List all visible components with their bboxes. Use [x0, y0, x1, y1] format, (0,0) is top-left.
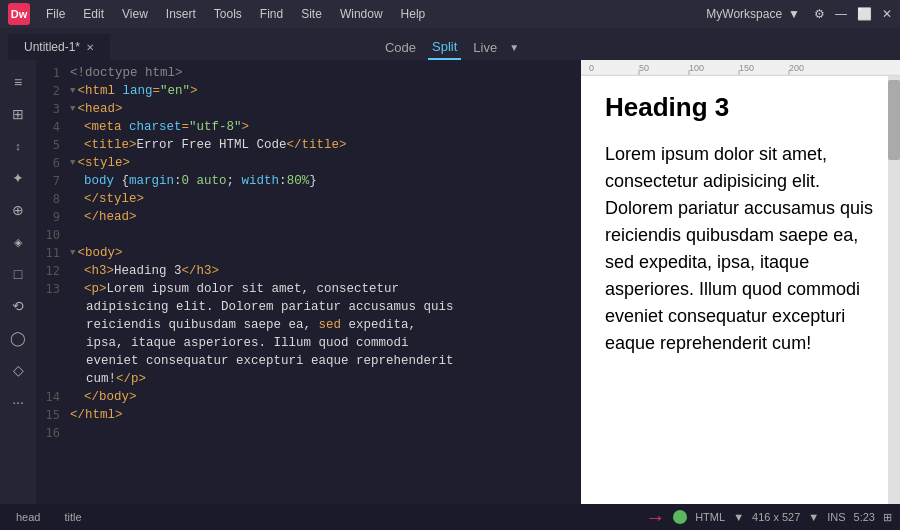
workspace-dropdown-icon: ▼ — [788, 7, 800, 21]
scrollbar-thumb[interactable] — [888, 80, 900, 160]
sidebar-history-icon[interactable]: ◯ — [4, 324, 32, 352]
sidebar-snippets-icon[interactable]: ✦ — [4, 164, 32, 192]
status-green-dot — [673, 510, 687, 524]
code-token: </title> — [287, 136, 347, 154]
fold-arrow-2[interactable]: ▼ — [70, 82, 75, 100]
sidebar-assets-icon[interactable]: ↕ — [4, 132, 32, 160]
code-token: <meta — [84, 118, 129, 136]
code-token: margin — [129, 172, 174, 190]
menu-window[interactable]: Window — [332, 4, 391, 24]
code-token: <!doctype html> — [70, 64, 183, 82]
sidebar-behaviors-icon[interactable]: ⟲ — [4, 292, 32, 320]
code-line-11: ▼ <body> — [66, 244, 581, 262]
code-token: Lorem ipsum dolor sit amet, consectetur — [107, 280, 400, 298]
menu-file[interactable]: File — [38, 4, 73, 24]
code-line-14: </body> — [66, 388, 581, 406]
menu-help[interactable]: Help — [393, 4, 434, 24]
code-line-13e: eveniet consequatur excepturi eaque repr… — [66, 352, 581, 370]
view-mode-dropdown-icon[interactable]: ▼ — [509, 42, 519, 53]
code-line-3: ▼ <head> — [66, 100, 581, 118]
preview-content: Heading 3 Lorem ipsum dolor sit amet, co… — [581, 76, 900, 504]
doc-tab-label: Untitled-1* — [24, 40, 80, 54]
split-mode-button[interactable]: Split — [428, 35, 461, 60]
code-token: "utf-8" — [189, 118, 242, 136]
code-line-4: <meta charset="utf-8"> — [66, 118, 581, 136]
code-token: cum! — [86, 370, 116, 388]
maximize-icon[interactable]: ⬜ — [857, 7, 872, 21]
status-bar: head title → HTML ▼ 416 x 527 ▼ INS 5:23… — [0, 504, 900, 530]
menu-find[interactable]: Find — [252, 4, 291, 24]
code-token: <style> — [77, 154, 130, 172]
code-token: ipsa, itaque asperiores. Illum quod comm… — [86, 334, 409, 352]
screen-icon[interactable]: ⊞ — [883, 511, 892, 524]
arrow-right-icon: → — [645, 506, 665, 529]
settings-icon[interactable]: ⚙ — [814, 7, 825, 21]
code-line-1: <!doctype html> — [66, 64, 581, 82]
dimensions-label: 416 x 527 — [752, 511, 800, 523]
code-token: </html> — [70, 406, 123, 424]
menu-view[interactable]: View — [114, 4, 156, 24]
menu-edit[interactable]: Edit — [75, 4, 112, 24]
doc-tab-untitled[interactable]: Untitled-1* ✕ — [8, 34, 110, 60]
ruler-svg — [581, 60, 900, 76]
chevron-down-icon[interactable]: ▼ — [733, 511, 744, 523]
preview-scrollbar[interactable] — [888, 76, 900, 504]
doc-tabs: Untitled-1* ✕ — [0, 28, 110, 60]
preview-heading: Heading 3 — [605, 92, 876, 123]
sidebar-files-icon[interactable]: ⊞ — [4, 100, 32, 128]
code-line-6: ▼ <style> — [66, 154, 581, 172]
code-line-13f: cum!</p> — [66, 370, 581, 388]
code-line-13d: ipsa, itaque asperiores. Illum quod comm… — [66, 334, 581, 352]
code-line-16 — [66, 424, 581, 442]
code-line-9: </head> — [66, 208, 581, 226]
sidebar-css-icon[interactable]: ◈ — [4, 228, 32, 256]
doc-tab-close[interactable]: ✕ — [86, 42, 94, 53]
minimize-icon[interactable]: — — [835, 7, 847, 21]
code-lines: <!doctype html> ▼ <html lang="en"> ▼ <he… — [66, 60, 581, 504]
workspace-selector[interactable]: MyWorkspace ▼ — [706, 7, 800, 21]
code-token: <body> — [77, 244, 122, 262]
code-token: </p> — [116, 370, 146, 388]
code-token: </style> — [84, 190, 144, 208]
code-line-13a: <p>Lorem ipsum dolor sit amet, consectet… — [66, 280, 581, 298]
code-token: { — [122, 172, 130, 190]
code-token: <p> — [84, 280, 107, 298]
cursor-position: 5:23 — [854, 511, 875, 523]
fold-arrow-11[interactable]: ▼ — [70, 244, 75, 262]
code-mode-button[interactable]: Code — [381, 36, 420, 59]
menu-site[interactable]: Site — [293, 4, 330, 24]
sidebar-expand-icon[interactable]: ≡ — [4, 68, 32, 96]
sidebar-insert-icon[interactable]: ⊕ — [4, 196, 32, 224]
ruler: 0 50 100 150 200 — [581, 60, 900, 76]
mode-label: INS — [827, 511, 845, 523]
menu-tools[interactable]: Tools — [206, 4, 250, 24]
live-mode-button[interactable]: Live — [469, 36, 501, 59]
menu-bar: Dw File Edit View Insert Tools Find Site… — [0, 0, 900, 28]
code-token: adipisicing elit. Dolorem pariatur accus… — [86, 298, 454, 316]
sidebar-properties-icon[interactable]: □ — [4, 260, 32, 288]
code-line-13c: reiciendis quibusdam saepe ea, sed exped… — [66, 316, 581, 334]
tab-bar: Untitled-1* ✕ Code Split Live ▼ — [0, 28, 900, 60]
app-logo: Dw — [8, 3, 30, 25]
code-line-8: </style> — [66, 190, 581, 208]
code-token: > — [190, 82, 198, 100]
breadcrumb-head[interactable]: head — [8, 509, 48, 525]
code-line-15: </html> — [66, 406, 581, 424]
fold-arrow-3[interactable]: ▼ — [70, 100, 75, 118]
code-editor[interactable]: 1 2 3 4 5 6 7 8 9 10 11 12 13 14 15 — [36, 60, 581, 504]
code-token: = — [182, 118, 190, 136]
code-token: "en" — [160, 82, 190, 100]
chevron-down-icon-2[interactable]: ▼ — [808, 511, 819, 523]
code-token: : — [279, 172, 287, 190]
close-icon[interactable]: ✕ — [882, 7, 892, 21]
sidebar-tag-icon[interactable]: ◇ — [4, 356, 32, 384]
code-token: Heading 3 — [114, 262, 182, 280]
sidebar-more-icon[interactable]: ··· — [4, 388, 32, 416]
code-token: > — [242, 118, 250, 136]
fold-arrow-6[interactable]: ▼ — [70, 154, 75, 172]
menu-insert[interactable]: Insert — [158, 4, 204, 24]
code-token: lang — [122, 82, 152, 100]
code-token: 0 auto — [182, 172, 227, 190]
breadcrumb-title[interactable]: title — [56, 509, 89, 525]
code-token: = — [152, 82, 160, 100]
